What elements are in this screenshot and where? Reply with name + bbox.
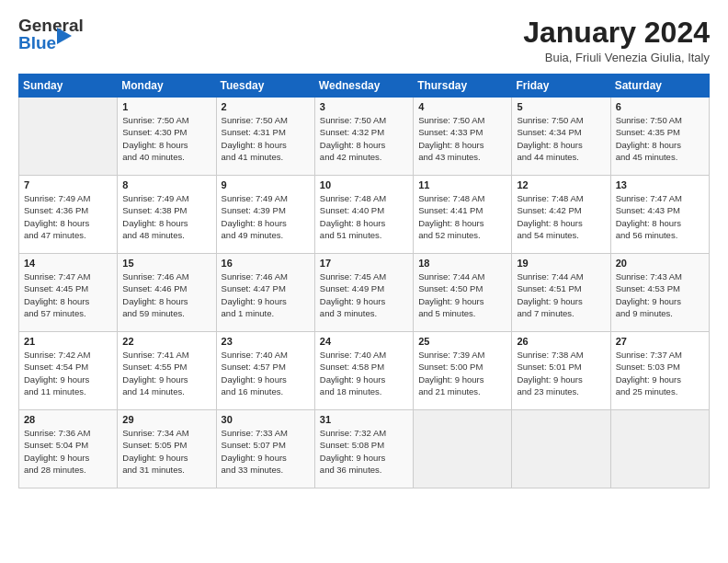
col-header-tuesday: Tuesday — [216, 75, 314, 98]
logo: General Blue — [18, 17, 84, 52]
day-number: 16 — [222, 258, 310, 269]
col-header-wednesday: Wednesday — [314, 75, 413, 98]
day-cell — [19, 98, 118, 176]
day-cell: 9Sunrise: 7:49 AM Sunset: 4:39 PM Daylig… — [216, 176, 314, 254]
day-cell: 17Sunrise: 7:45 AM Sunset: 4:49 PM Dayli… — [314, 254, 413, 332]
day-number: 11 — [418, 179, 506, 190]
day-number: 29 — [122, 414, 210, 425]
day-info: Sunrise: 7:40 AM Sunset: 4:58 PM Dayligh… — [320, 349, 408, 397]
day-info: Sunrise: 7:45 AM Sunset: 4:49 PM Dayligh… — [320, 270, 408, 319]
day-info: Sunrise: 7:50 AM Sunset: 4:34 PM Dayligh… — [517, 114, 605, 163]
day-cell: 6Sunrise: 7:50 AM Sunset: 4:35 PM Daylig… — [610, 98, 709, 176]
day-cell: 26Sunrise: 7:38 AM Sunset: 5:01 PM Dayli… — [512, 332, 610, 410]
day-info: Sunrise: 7:49 AM Sunset: 4:39 PM Dayligh… — [222, 192, 310, 241]
day-number: 7 — [24, 179, 112, 190]
day-info: Sunrise: 7:46 AM Sunset: 4:46 PM Dayligh… — [122, 270, 210, 319]
day-number: 8 — [122, 179, 210, 190]
day-cell: 2Sunrise: 7:50 AM Sunset: 4:31 PM Daylig… — [216, 98, 314, 176]
week-row-3: 14Sunrise: 7:47 AM Sunset: 4:45 PM Dayli… — [19, 254, 710, 332]
day-cell: 12Sunrise: 7:48 AM Sunset: 4:42 PM Dayli… — [512, 176, 610, 254]
day-cell: 27Sunrise: 7:37 AM Sunset: 5:03 PM Dayli… — [610, 332, 709, 410]
day-info: Sunrise: 7:39 AM Sunset: 5:00 PM Dayligh… — [418, 349, 506, 397]
logo-arrow-icon — [57, 28, 72, 44]
day-number: 18 — [418, 258, 506, 269]
day-number: 19 — [517, 258, 605, 269]
day-cell: 4Sunrise: 7:50 AM Sunset: 4:33 PM Daylig… — [414, 98, 512, 176]
calendar-table: SundayMondayTuesdayWednesdayThursdayFrid… — [18, 74, 710, 488]
day-number: 22 — [122, 336, 210, 347]
day-number: 26 — [517, 336, 605, 347]
day-info: Sunrise: 7:50 AM Sunset: 4:35 PM Dayligh… — [616, 114, 704, 163]
day-info: Sunrise: 7:33 AM Sunset: 5:07 PM Dayligh… — [222, 427, 310, 476]
day-info: Sunrise: 7:48 AM Sunset: 4:40 PM Dayligh… — [320, 192, 408, 241]
day-cell: 24Sunrise: 7:40 AM Sunset: 4:58 PM Dayli… — [314, 332, 413, 410]
month-title: January 2024 — [523, 17, 710, 49]
day-cell: 19Sunrise: 7:44 AM Sunset: 4:51 PM Dayli… — [512, 254, 610, 332]
title-block: January 2024 Buia, Friuli Venezia Giulia… — [523, 17, 710, 64]
day-cell: 20Sunrise: 7:43 AM Sunset: 4:53 PM Dayli… — [610, 254, 709, 332]
day-info: Sunrise: 7:50 AM Sunset: 4:33 PM Dayligh… — [418, 114, 506, 163]
day-cell: 3Sunrise: 7:50 AM Sunset: 4:32 PM Daylig… — [314, 98, 413, 176]
day-cell: 22Sunrise: 7:41 AM Sunset: 4:55 PM Dayli… — [118, 332, 216, 410]
day-info: Sunrise: 7:36 AM Sunset: 5:04 PM Dayligh… — [24, 427, 112, 476]
day-cell — [610, 410, 709, 488]
day-number: 10 — [320, 179, 408, 190]
day-info: Sunrise: 7:48 AM Sunset: 4:42 PM Dayligh… — [517, 192, 605, 241]
day-cell: 25Sunrise: 7:39 AM Sunset: 5:00 PM Dayli… — [414, 332, 512, 410]
day-cell — [414, 410, 512, 488]
day-cell: 13Sunrise: 7:47 AM Sunset: 4:43 PM Dayli… — [610, 176, 709, 254]
day-number: 12 — [517, 179, 605, 190]
day-info: Sunrise: 7:41 AM Sunset: 4:55 PM Dayligh… — [122, 349, 210, 397]
day-number: 27 — [616, 336, 704, 347]
day-number: 20 — [616, 258, 704, 269]
logo-line1: General — [18, 17, 84, 34]
day-info: Sunrise: 7:46 AM Sunset: 4:47 PM Dayligh… — [222, 270, 310, 319]
day-info: Sunrise: 7:47 AM Sunset: 4:45 PM Dayligh… — [24, 270, 112, 319]
day-cell: 5Sunrise: 7:50 AM Sunset: 4:34 PM Daylig… — [512, 98, 610, 176]
day-cell: 8Sunrise: 7:49 AM Sunset: 4:38 PM Daylig… — [118, 176, 216, 254]
col-header-saturday: Saturday — [610, 75, 709, 98]
logo-wordmark: General Blue — [18, 17, 84, 52]
day-number: 24 — [320, 336, 408, 347]
day-cell: 14Sunrise: 7:47 AM Sunset: 4:45 PM Dayli… — [19, 254, 118, 332]
day-info: Sunrise: 7:49 AM Sunset: 4:36 PM Dayligh… — [24, 192, 112, 241]
col-header-sunday: Sunday — [19, 75, 118, 98]
day-info: Sunrise: 7:44 AM Sunset: 4:50 PM Dayligh… — [418, 270, 506, 319]
day-info: Sunrise: 7:37 AM Sunset: 5:03 PM Dayligh… — [616, 349, 704, 397]
day-number: 17 — [320, 258, 408, 269]
day-number: 13 — [616, 179, 704, 190]
day-number: 9 — [222, 179, 310, 190]
day-info: Sunrise: 7:43 AM Sunset: 4:53 PM Dayligh… — [616, 270, 704, 319]
week-row-4: 21Sunrise: 7:42 AM Sunset: 4:54 PM Dayli… — [19, 332, 710, 410]
day-cell: 30Sunrise: 7:33 AM Sunset: 5:07 PM Dayli… — [216, 410, 314, 488]
logo-line2: Blue — [18, 34, 56, 52]
day-cell: 7Sunrise: 7:49 AM Sunset: 4:36 PM Daylig… — [19, 176, 118, 254]
day-cell: 15Sunrise: 7:46 AM Sunset: 4:46 PM Dayli… — [118, 254, 216, 332]
col-header-monday: Monday — [118, 75, 216, 98]
day-info: Sunrise: 7:38 AM Sunset: 5:01 PM Dayligh… — [517, 349, 605, 397]
header-row: SundayMondayTuesdayWednesdayThursdayFrid… — [19, 75, 710, 98]
day-info: Sunrise: 7:47 AM Sunset: 4:43 PM Dayligh… — [616, 192, 704, 241]
day-info: Sunrise: 7:44 AM Sunset: 4:51 PM Dayligh… — [517, 270, 605, 319]
day-number: 25 — [418, 336, 506, 347]
day-info: Sunrise: 7:50 AM Sunset: 4:30 PM Dayligh… — [122, 114, 210, 163]
day-cell: 21Sunrise: 7:42 AM Sunset: 4:54 PM Dayli… — [19, 332, 118, 410]
page: General Blue January 2024 Buia, Friuli V… — [0, 0, 728, 563]
day-info: Sunrise: 7:40 AM Sunset: 4:57 PM Dayligh… — [222, 349, 310, 397]
day-number: 1 — [122, 101, 210, 112]
week-row-1: 1Sunrise: 7:50 AM Sunset: 4:30 PM Daylig… — [19, 98, 710, 176]
day-number: 14 — [24, 258, 112, 269]
day-number: 4 — [418, 101, 506, 112]
day-info: Sunrise: 7:49 AM Sunset: 4:38 PM Dayligh… — [122, 192, 210, 241]
day-cell: 31Sunrise: 7:32 AM Sunset: 5:08 PM Dayli… — [314, 410, 413, 488]
col-header-friday: Friday — [512, 75, 610, 98]
day-number: 5 — [517, 101, 605, 112]
day-cell: 10Sunrise: 7:48 AM Sunset: 4:40 PM Dayli… — [314, 176, 413, 254]
week-row-5: 28Sunrise: 7:36 AM Sunset: 5:04 PM Dayli… — [19, 410, 710, 488]
day-cell: 11Sunrise: 7:48 AM Sunset: 4:41 PM Dayli… — [414, 176, 512, 254]
day-number: 2 — [222, 101, 310, 112]
day-cell: 28Sunrise: 7:36 AM Sunset: 5:04 PM Dayli… — [19, 410, 118, 488]
day-cell: 1Sunrise: 7:50 AM Sunset: 4:30 PM Daylig… — [118, 98, 216, 176]
day-number: 28 — [24, 414, 112, 425]
day-info: Sunrise: 7:48 AM Sunset: 4:41 PM Dayligh… — [418, 192, 506, 241]
